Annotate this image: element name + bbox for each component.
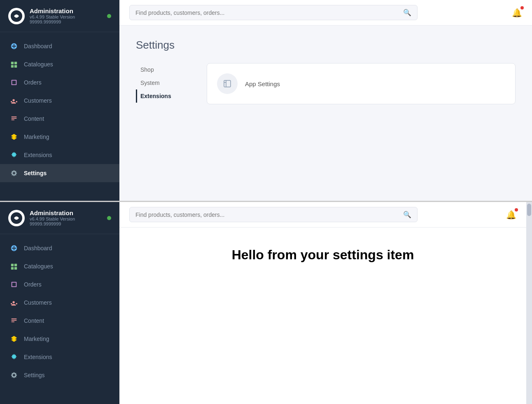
sidebar-label-customers-b: Customers — [24, 299, 52, 306]
svg-rect-3 — [11, 65, 14, 68]
sidebar-label-content: Content — [24, 115, 44, 122]
sidebar-version-bottom: v6.4.99 Stable Version 99999.9999999 — [30, 216, 102, 226]
sidebar-label-extensions: Extensions — [24, 152, 52, 158]
svg-rect-4 — [14, 65, 17, 68]
sidebar-top: Administration v6.4.99 Stable Version 99… — [0, 0, 119, 201]
sidebar-label-settings: Settings — [24, 170, 47, 176]
sidebar-item-customers-b[interactable]: Customers — [0, 294, 119, 312]
orders-icon-b — [10, 280, 18, 289]
topbar: 🔍 🔔 — [119, 0, 532, 26]
status-dot-bottom — [107, 216, 111, 220]
iframe-heading: Hello from your settings item — [232, 247, 414, 263]
app-settings-label: App Settings — [245, 80, 280, 87]
sidebar-navigation: Dashboard Catalogues Orders — [0, 32, 119, 187]
sidebar-bottom: Administration v6.4.99 Stable Version 99… — [0, 202, 119, 404]
page-title: Settings — [136, 39, 516, 52]
extensions-icon — [10, 151, 18, 159]
sidebar-item-extensions[interactable]: Extensions — [0, 146, 119, 164]
marketing-icon — [10, 133, 18, 141]
status-dot — [107, 14, 111, 18]
svg-rect-10 — [14, 267, 17, 270]
settings-main: App Settings — [207, 63, 516, 104]
sidebar-header-bottom: Administration v6.4.99 Stable Version 99… — [0, 202, 119, 234]
dashboard-icon — [10, 42, 18, 50]
app-settings-card[interactable]: App Settings — [207, 63, 516, 104]
sidebar-item-catalogues-b[interactable]: Catalogues — [0, 257, 119, 275]
main-content-top: 🔍 🔔 Settings Shop System E — [119, 0, 532, 201]
settings-nav-shop[interactable]: Shop — [136, 63, 194, 76]
search-input[interactable] — [135, 9, 399, 16]
iframe-content: Hello from your settings item — [119, 228, 526, 404]
search-icon-bottom[interactable]: 🔍 — [403, 211, 411, 218]
sidebar-label-marketing-b: Marketing — [24, 336, 49, 342]
settings-page-content: Settings Shop System Extensions — [119, 26, 532, 201]
notification-bell-bottom[interactable]: 🔔 — [506, 210, 516, 219]
app-settings-icon — [217, 73, 238, 94]
sidebar-item-extensions-b[interactable]: Extensions — [0, 348, 119, 366]
customers-icon — [10, 96, 18, 105]
notification-bell[interactable]: 🔔 — [512, 8, 522, 17]
sidebar-item-catalogues[interactable]: Catalogues — [0, 55, 119, 73]
extensions-icon-b — [10, 353, 18, 361]
search-icon[interactable]: 🔍 — [403, 9, 411, 16]
sidebar-label-dashboard: Dashboard — [24, 43, 52, 49]
search-input-bottom[interactable] — [135, 211, 399, 218]
content-icon — [10, 115, 18, 123]
sidebar-title-block: Administration v6.4.99 Stable Version 99… — [30, 7, 102, 24]
svg-rect-2 — [14, 62, 17, 64]
settings-icon — [10, 169, 18, 177]
search-bar-bottom[interactable]: 🔍 — [129, 207, 418, 222]
sidebar-item-customers[interactable]: Customers — [0, 92, 119, 110]
settings-layout: Shop System Extensions — [136, 63, 516, 104]
sidebar-label-dashboard-b: Dashboard — [24, 245, 52, 251]
svg-rect-8 — [14, 264, 17, 266]
customers-icon-b — [10, 298, 18, 307]
sidebar-item-dashboard-b[interactable]: Dashboard — [0, 239, 119, 257]
settings-icon-b — [10, 371, 18, 379]
topbar-actions: 🔔 — [512, 8, 522, 18]
sidebar-item-settings-b[interactable]: Settings — [0, 366, 119, 384]
sidebar-label-customers: Customers — [24, 97, 52, 104]
svg-rect-5 — [224, 80, 231, 87]
sidebar-version: v6.4.99 Stable Version 99999.9999999 — [30, 14, 102, 24]
sidebar-item-dashboard[interactable]: Dashboard — [0, 37, 119, 55]
top-half: Administration v6.4.99 Stable Version 99… — [0, 0, 532, 202]
sidebar-app-title: Administration — [30, 7, 102, 14]
scrollbar-thumb[interactable] — [527, 204, 531, 216]
sidebar-label-extensions-b: Extensions — [24, 354, 52, 360]
sidebar-label-content-b: Content — [24, 317, 44, 324]
svg-rect-9 — [11, 267, 14, 270]
sidebar-item-settings[interactable]: Settings — [0, 164, 119, 182]
app-wrapper: Administration v6.4.99 Stable Version 99… — [0, 0, 532, 404]
sidebar-item-orders[interactable]: Orders — [0, 73, 119, 92]
sidebar-label-settings-b: Settings — [24, 372, 45, 378]
sidebar-header: Administration v6.4.99 Stable Version 99… — [0, 0, 119, 32]
notification-bell-wrapper: 🔔 — [512, 8, 522, 18]
sidebar-label-marketing: Marketing — [24, 134, 49, 140]
settings-nav-system[interactable]: System — [136, 76, 194, 89]
sidebar-item-content[interactable]: Content — [0, 110, 119, 128]
dashboard-icon-b — [10, 244, 18, 252]
topbar-bottom: 🔍 🔔 — [119, 202, 526, 228]
bottom-half: Administration v6.4.99 Stable Version 99… — [0, 202, 532, 404]
scrollbar[interactable] — [526, 202, 532, 404]
marketing-icon-b — [10, 335, 18, 343]
settings-nav-extensions[interactable]: Extensions — [136, 89, 194, 103]
sidebar-app-title-bottom: Administration — [30, 209, 102, 216]
sidebar-navigation-bottom: Dashboard Catalogues Orders — [0, 234, 119, 389]
search-bar[interactable]: 🔍 — [129, 5, 418, 20]
catalogues-icon-b — [10, 262, 18, 270]
sidebar-item-marketing[interactable]: Marketing — [0, 128, 119, 146]
sidebar-item-content-b[interactable]: Content — [0, 312, 119, 330]
sidebar-label-orders-b: Orders — [24, 281, 42, 288]
app-logo-bottom — [8, 210, 25, 226]
sidebar-title-block-bottom: Administration v6.4.99 Stable Version 99… — [30, 209, 102, 226]
topbar-actions-bottom: 🔔 — [506, 210, 516, 220]
sidebar-item-marketing-b[interactable]: Marketing — [0, 330, 119, 348]
sidebar-item-orders-b[interactable]: Orders — [0, 275, 119, 294]
notification-badge — [520, 6, 524, 9]
right-panel-bottom: 🔍 🔔 Hello from your settings item — [119, 202, 526, 404]
orders-icon — [10, 78, 18, 87]
notification-badge-bottom — [515, 208, 518, 211]
catalogues-icon — [10, 60, 18, 68]
